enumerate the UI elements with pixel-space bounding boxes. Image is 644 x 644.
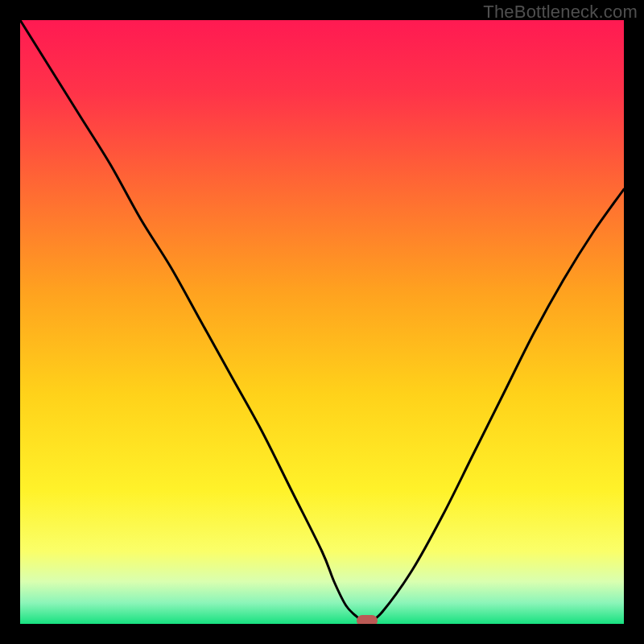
optimal-point-marker bbox=[357, 615, 378, 624]
chart-frame: TheBottleneck.com bbox=[0, 0, 644, 644]
bottleneck-curve bbox=[20, 20, 624, 624]
plot-area bbox=[20, 20, 624, 624]
